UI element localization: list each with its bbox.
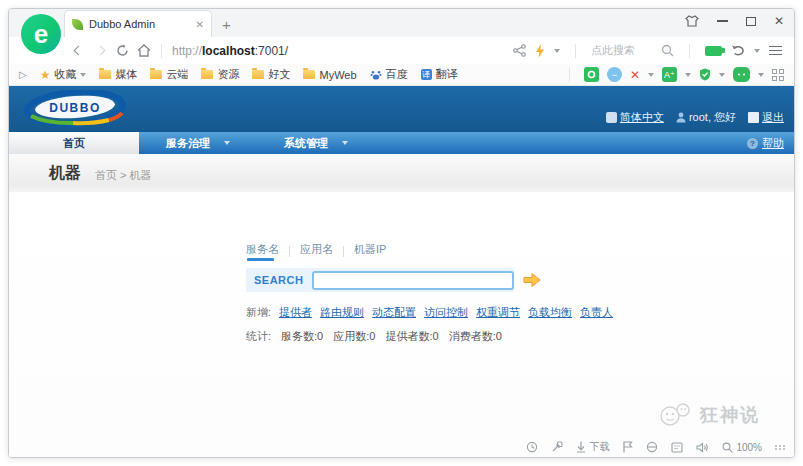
tab-title: Dubbo Admin — [89, 18, 190, 30]
sidebar-toggle-icon[interactable]: ▷ — [19, 69, 27, 80]
chevron-down-icon — [342, 141, 348, 145]
add-link-owner[interactable]: 负责人 — [580, 305, 613, 320]
app-nav: 首页 服务治理 系统管理 ? 帮助 — [9, 132, 794, 154]
snip-dropdown-icon — [648, 73, 654, 77]
restore-tabs-icon[interactable] — [731, 44, 745, 57]
download-button[interactable]: 下载 — [576, 440, 609, 454]
browser-logo-icon[interactable]: e — [21, 14, 61, 54]
page-header: 机器 首页 > 机器 — [9, 154, 794, 192]
mute-icon[interactable] — [696, 442, 709, 453]
reading-mode-icon[interactable] — [671, 442, 683, 453]
stat-services: 服务数:0 — [281, 329, 323, 344]
restore-dropdown-icon[interactable] — [754, 49, 760, 53]
gamepad-icon[interactable] — [733, 67, 750, 82]
status-bar: 下载 100% — [9, 437, 794, 457]
forward-button[interactable] — [89, 41, 111, 61]
history-icon[interactable] — [526, 441, 538, 453]
user-greeting-label: root, 您好 — [689, 110, 736, 125]
bookmark-label: 好文 — [268, 67, 290, 82]
folder-icon — [303, 70, 315, 79]
skin-icon[interactable] — [685, 15, 699, 27]
bookmark-label: 百度 — [386, 67, 408, 82]
bookmark-folder-cloud[interactable]: 云端 — [150, 67, 188, 82]
translate-extension-icon[interactable]: A⁺ — [662, 67, 677, 82]
help-link[interactable]: ? 帮助 — [747, 132, 794, 154]
filter-tab-machine-ip[interactable]: 机器IP — [354, 242, 386, 261]
nav-tab-service-governance[interactable]: 服务治理 — [139, 132, 257, 154]
extension-circle-icon[interactable] — [584, 67, 599, 82]
quick-search-placeholder: 点此搜索 — [591, 43, 635, 58]
power-saver-icon[interactable] — [705, 46, 722, 56]
shield-icon[interactable] — [699, 68, 711, 81]
download-label: 下载 — [589, 440, 609, 454]
proxy-icon[interactable] — [551, 441, 563, 453]
search-label: SEARCH — [254, 274, 303, 286]
nav-tab-home[interactable]: 首页 — [9, 132, 139, 154]
folder-icon — [150, 70, 162, 79]
compat-mode-icon[interactable] — [646, 441, 658, 453]
tab-close-icon[interactable]: ✕ — [196, 19, 204, 30]
url-scheme: http:// — [172, 44, 202, 58]
stats-row: 统计: 服务数:0 应用数:0 提供者数:0 消费者数:0 — [246, 329, 566, 344]
bookmark-folder-myweb[interactable]: MyWeb — [303, 69, 356, 81]
bookmark-translate[interactable]: 译 翻译 — [421, 67, 458, 82]
bookmark-folder-articles[interactable]: 好文 — [252, 67, 290, 82]
refresh-button[interactable] — [111, 41, 133, 61]
filter-tab-service-name[interactable]: 服务名 — [246, 242, 279, 261]
logout-link[interactable]: 退出 — [748, 110, 784, 125]
back-button[interactable] — [67, 41, 89, 61]
add-label: 新增: — [246, 305, 271, 320]
share-icon[interactable] — [513, 44, 526, 57]
speed-mode-dropdown-icon[interactable] — [554, 49, 560, 53]
search-input[interactable] — [312, 271, 514, 290]
adblock-icon[interactable]: − — [607, 67, 622, 82]
nav-system-label: 系统管理 — [284, 136, 328, 151]
url-host: localhost — [202, 44, 255, 58]
address-bar[interactable]: http://localhost:7001/ — [172, 44, 288, 58]
zoom-control[interactable]: 100% — [722, 442, 762, 453]
add-link-access-control[interactable]: 访问控制 — [424, 305, 468, 320]
filter-tab-app-name[interactable]: 应用名 — [300, 242, 333, 261]
browser-tab[interactable]: Dubbo Admin ✕ — [64, 10, 212, 37]
snip-icon[interactable]: ✕ — [630, 68, 640, 82]
resize-grip[interactable] — [775, 445, 786, 450]
search-strip: SEARCH — [246, 268, 514, 292]
bookmark-folder-resources[interactable]: 资源 — [201, 67, 239, 82]
bookmark-label: 云端 — [166, 67, 188, 82]
nav-tab-system-management[interactable]: 系统管理 — [257, 132, 375, 154]
new-tab-button[interactable]: + — [222, 16, 231, 33]
menu-icon[interactable] — [769, 46, 782, 56]
breadcrumb: 首页 > 机器 — [95, 168, 152, 183]
add-links-row: 新增: 提供者 路由规则 动态配置 访问控制 权重调节 负载均衡 负责人 — [246, 305, 566, 320]
search-icon[interactable] — [661, 44, 674, 57]
add-link-routing-rule[interactable]: 路由规则 — [320, 305, 364, 320]
maximize-button[interactable] — [746, 17, 756, 26]
folder-icon — [99, 70, 111, 79]
bookmark-baidu[interactable]: 百度 — [370, 67, 408, 82]
dubbo-logo[interactable]: DUBBO — [23, 90, 135, 128]
extensions-grid-icon[interactable] — [772, 69, 784, 81]
dubbo-header: DUBBO 简体中文 root, 您好 退出 — [9, 86, 794, 132]
add-link-provider[interactable]: 提供者 — [279, 305, 312, 320]
zoom-icon — [722, 442, 733, 453]
report-flag-icon[interactable] — [622, 441, 633, 453]
favorites-button[interactable]: ★ 收藏 — [40, 67, 87, 82]
watermark-logo-icon — [656, 401, 696, 427]
add-link-weight-adjust[interactable]: 权重调节 — [476, 305, 520, 320]
quick-search-box[interactable]: 点此搜索 — [591, 43, 674, 58]
stats-label: 统计: — [246, 329, 271, 344]
add-link-dynamic-config[interactable]: 动态配置 — [372, 305, 416, 320]
bookmark-folder-media[interactable]: 媒体 — [99, 67, 137, 82]
user-greeting: root, 您好 — [676, 110, 736, 125]
language-icon — [606, 112, 617, 123]
speed-mode-icon[interactable] — [535, 44, 545, 58]
language-link[interactable]: 简体中文 — [606, 110, 664, 125]
logout-label: 退出 — [762, 110, 784, 125]
close-window-button[interactable]: ✕ — [774, 14, 784, 28]
minimize-button[interactable] — [717, 20, 728, 22]
filter-tabs: 服务名 应用名 机器IP — [246, 242, 566, 261]
home-button[interactable] — [133, 41, 155, 61]
search-submit-button[interactable] — [522, 272, 542, 288]
watermark-text: 狂神说 — [700, 403, 760, 427]
add-link-load-balance[interactable]: 负载均衡 — [528, 305, 572, 320]
